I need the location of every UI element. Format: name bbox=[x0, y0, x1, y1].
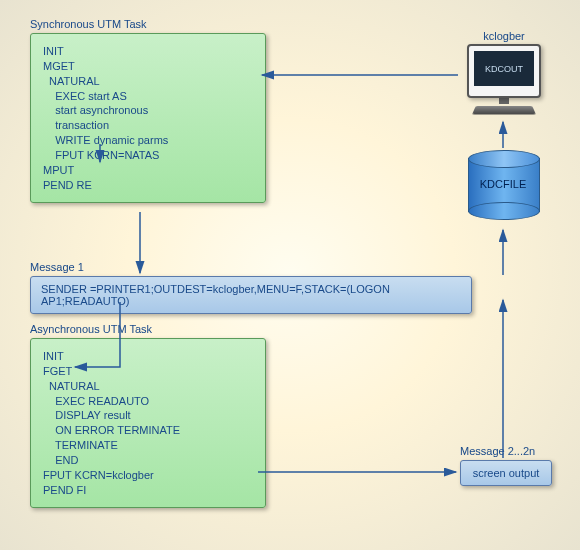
sync-line-0: INIT bbox=[43, 44, 253, 59]
computer-icon: kclogber KDCOUT bbox=[460, 30, 548, 115]
async-line-5: ON ERROR TERMINATE bbox=[43, 423, 253, 438]
message1-box: SENDER =PRINTER1;OUTDEST=kclogber,MENU=F… bbox=[30, 276, 472, 314]
async-line-4: DISPLAY result bbox=[43, 408, 253, 423]
async-line-0: INIT bbox=[43, 349, 253, 364]
sync-line-6: WRITE dynamic parms bbox=[43, 133, 253, 148]
sync-line-5: transaction bbox=[43, 118, 253, 133]
sync-line-8: FPUT KCRN=NATAS bbox=[43, 148, 253, 163]
kdcfile-label: KDCFILE bbox=[468, 178, 538, 190]
message2-box: screen output bbox=[460, 460, 552, 486]
async-line-3: EXEC READAUTO bbox=[43, 394, 253, 409]
async-line-7: END bbox=[43, 453, 253, 468]
sync-line-10: PEND RE bbox=[43, 178, 253, 193]
async-task-box: INIT FGET NATURAL EXEC READAUTO DISPLAY … bbox=[30, 338, 266, 508]
computer-label: kclogber bbox=[460, 30, 548, 42]
async-line-6: TERMINATE bbox=[43, 438, 253, 453]
sync-line-9: MPUT bbox=[43, 163, 253, 178]
sync-task-box: INIT MGET NATURAL EXEC start AS start as… bbox=[30, 33, 266, 203]
async-line-1: FGET bbox=[43, 364, 253, 379]
message1-title: Message 1 bbox=[30, 261, 84, 273]
async-line-8: FPUT KCRN=kclogber bbox=[43, 468, 253, 483]
async-line-2: NATURAL bbox=[43, 379, 253, 394]
sync-line-3: EXEC start AS bbox=[43, 89, 253, 104]
async-task-title: Asynchronous UTM Task bbox=[30, 323, 152, 335]
message1-text: SENDER =PRINTER1;OUTDEST=kclogber,MENU=F… bbox=[41, 283, 390, 307]
sync-line-4: start asynchronous bbox=[43, 103, 253, 118]
async-line-9: PEND FI bbox=[43, 483, 253, 498]
sync-line-2: NATURAL bbox=[43, 74, 253, 89]
message2-title: Message 2...2n bbox=[460, 445, 535, 457]
message2-text: screen output bbox=[473, 467, 540, 479]
kdcfile-cylinder: KDCFILE bbox=[468, 150, 538, 215]
sync-line-1: MGET bbox=[43, 59, 253, 74]
sync-task-title: Synchronous UTM Task bbox=[30, 18, 147, 30]
computer-screen-text: KDCOUT bbox=[474, 51, 534, 86]
